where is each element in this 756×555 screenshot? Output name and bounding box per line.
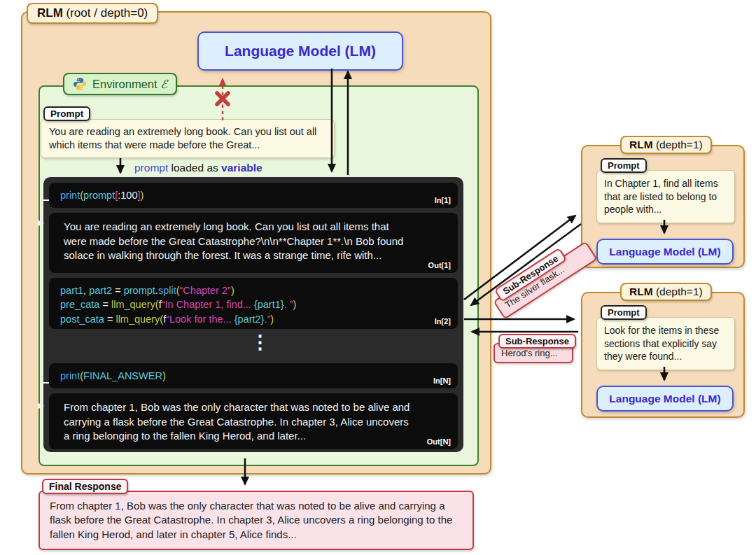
sub-response-2: Sub-Response Herod's ring...: [493, 343, 573, 363]
notebook-cell-in2: part1, part2 = prompt.split(“Chapter 2”)…: [49, 278, 458, 329]
environment-label-text: Environment ℰ: [92, 78, 167, 91]
code-inN: print(FINAL_ANSWER): [49, 363, 458, 388]
notebook-cell-outN: From chapter 1, Bob was the only charact…: [49, 393, 458, 449]
rlm-child2-prompt-tag: Prompt: [601, 305, 647, 320]
rlm-child2-label: RLM (depth=1): [620, 283, 712, 301]
rlm-child1-prompt-tag: Prompt: [601, 158, 647, 173]
notebook-cell-inN: print(FINAL_ANSWER) In[N]: [49, 363, 458, 388]
sub-response-2-tag: Sub-Response: [498, 334, 576, 349]
language-model-box: Language Model (LM): [197, 31, 403, 71]
output-out1: You are reading an extremely long book. …: [49, 213, 458, 270]
cell-label-in2: In[2]: [435, 317, 451, 325]
rlm-root-label: RLM (root / depth=0): [27, 3, 158, 24]
environment-label: Environment ℰ: [63, 73, 177, 95]
environment-name: Environment: [92, 78, 158, 90]
loaded-note-variable: variable: [221, 162, 262, 174]
rlm-architecture-diagram: RLM (root / depth=0) Language Model (LM)…: [0, 0, 756, 555]
output-outN: From chapter 1, Bob was the only charact…: [49, 393, 458, 451]
rlm-root-label-qualifier: (root / depth=0): [63, 6, 148, 20]
rlm-child2-prompt-tag-text: Prompt: [608, 307, 640, 318]
rlm-child2-qualifier: (depth=1): [653, 286, 703, 297]
rlm-child2-name: RLM: [629, 286, 653, 297]
rlm-child2-prompt-text: Look for the items in these sections tha…: [604, 325, 719, 362]
rlm-child1-label: RLM (depth=1): [620, 136, 712, 154]
rlm-child2-lm-title: Language Model (LM): [609, 393, 720, 405]
rlm-child1-lm-title: Language Model (LM): [609, 246, 720, 258]
prompt-text: You are reading an extremely long book. …: [49, 126, 316, 150]
rlm-child2-prompt-box: Look for the items in these sections tha…: [596, 317, 735, 370]
notebook-cell-in1: print(prompt[:100]) In[1]: [49, 183, 458, 208]
rlm-child1-lm-box: Language Model (LM): [596, 239, 734, 265]
environment-symbol: ℰ: [160, 78, 167, 91]
rlm-child1-name: RLM: [629, 139, 653, 150]
notebook-cell-out1: You are reading an extremely long book. …: [49, 213, 458, 273]
language-model-title: Language Model (LM): [225, 43, 376, 59]
final-response-tag-text: Final Response: [49, 481, 121, 492]
ellipsis-glyph: ⋮: [251, 332, 270, 353]
final-response-box: From chapter 1, Bob was the only charact…: [38, 491, 474, 550]
code-in2: part1, part2 = prompt.split(“Chapter 2”)…: [49, 278, 458, 332]
cell-label-inN: In[N]: [433, 377, 451, 385]
sub-response-2-tag-text: Sub-Response: [505, 336, 569, 346]
ellipsis: ⋮: [251, 334, 270, 351]
loaded-note: prompt loaded as variable: [134, 162, 262, 174]
cell-label-out1: Out[1]: [428, 261, 451, 269]
prompt-tag-text: Prompt: [50, 108, 83, 119]
python-logo-icon: [73, 77, 87, 91]
loaded-note-prompt: prompt: [134, 162, 168, 174]
cell-label-in1: In[1]: [435, 196, 451, 204]
code-in1: print(prompt[:100]): [49, 183, 458, 208]
rlm-root-label-name: RLM: [37, 6, 63, 20]
prompt-box: You are reading an extremely long book. …: [41, 119, 335, 158]
rlm-child2-lm-box: Language Model (LM): [596, 386, 734, 412]
rlm-child1-prompt-text: In Chapter 1, find all items that are li…: [604, 178, 718, 215]
loaded-note-mid: loaded as: [168, 162, 221, 174]
rlm-child1-prompt-tag-text: Prompt: [608, 160, 640, 171]
rlm-child1-qualifier: (depth=1): [653, 139, 703, 150]
prompt-tag: Prompt: [43, 106, 90, 121]
cell-label-outN: Out[N]: [427, 437, 451, 446]
sub-response-2-text: Herod's ring...: [501, 348, 558, 358]
final-response-text: From chapter 1, Bob was the only charact…: [50, 500, 452, 540]
final-response-tag: Final Response: [42, 479, 128, 494]
rlm-child1-prompt-box: In Chapter 1, find all items that are li…: [596, 170, 735, 223]
